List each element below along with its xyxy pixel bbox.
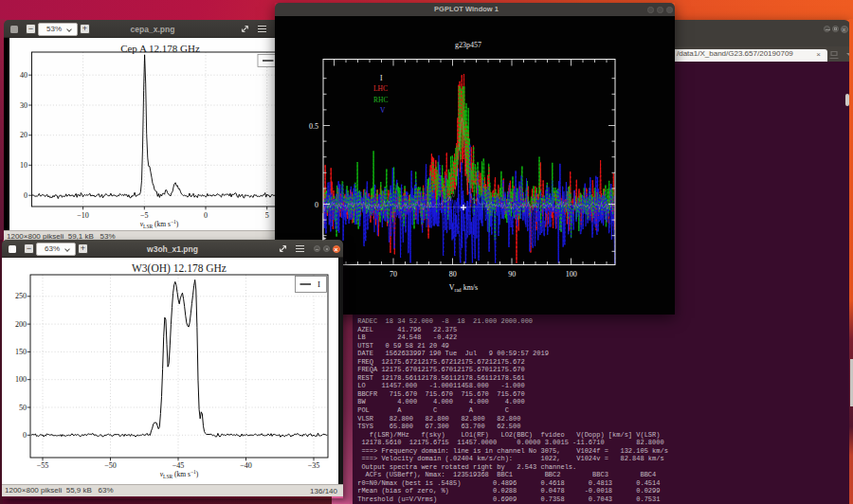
svg-text:W3(OH) 12.178 GHz: W3(OH) 12.178 GHz [132, 262, 227, 275]
svg-text:0: 0 [315, 201, 318, 209]
svg-text:70: 70 [390, 270, 397, 279]
svg-text:−55: −55 [37, 461, 49, 470]
svg-text:10: 10 [20, 161, 27, 170]
svg-text:0: 0 [23, 431, 27, 440]
svg-text:100: 100 [566, 270, 577, 279]
svg-text:0: 0 [24, 191, 27, 200]
svg-text:−50: −50 [104, 461, 117, 470]
svg-text:80: 80 [449, 270, 457, 279]
svg-text:vLSR (km s−1): vLSR (km s−1) [160, 469, 199, 479]
svg-text:100: 100 [15, 375, 27, 384]
svg-text:−5: −5 [140, 211, 149, 220]
svg-text:−45: −45 [172, 461, 185, 470]
svg-text:I: I [318, 279, 320, 289]
svg-text:Vrad km/s: Vrad km/s [449, 283, 478, 293]
svg-text:−40: −40 [240, 461, 252, 470]
svg-text:20: 20 [20, 131, 27, 139]
svg-text:40: 40 [20, 71, 27, 80]
svg-text:Cep A 12.178 GHz: Cep A 12.178 GHz [120, 43, 200, 54]
svg-text:−10: −10 [77, 211, 89, 220]
svg-text:0.5: 0.5 [309, 122, 318, 131]
svg-text:30: 30 [20, 101, 27, 110]
svg-text:RHC: RHC [373, 96, 388, 104]
svg-text:LHC: LHC [373, 84, 388, 93]
svg-text:50: 50 [19, 404, 27, 412]
svg-text:g23p457: g23p457 [455, 41, 481, 49]
svg-text:150: 150 [15, 348, 27, 356]
svg-text:V: V [380, 106, 386, 115]
svg-text:200: 200 [15, 320, 27, 329]
svg-text:I: I [380, 74, 383, 82]
svg-text:90: 90 [508, 270, 516, 279]
svg-text:−35: −35 [308, 461, 320, 470]
svg-text:5: 5 [265, 211, 269, 220]
svg-text:0: 0 [204, 211, 208, 220]
svg-text:250: 250 [15, 292, 27, 300]
